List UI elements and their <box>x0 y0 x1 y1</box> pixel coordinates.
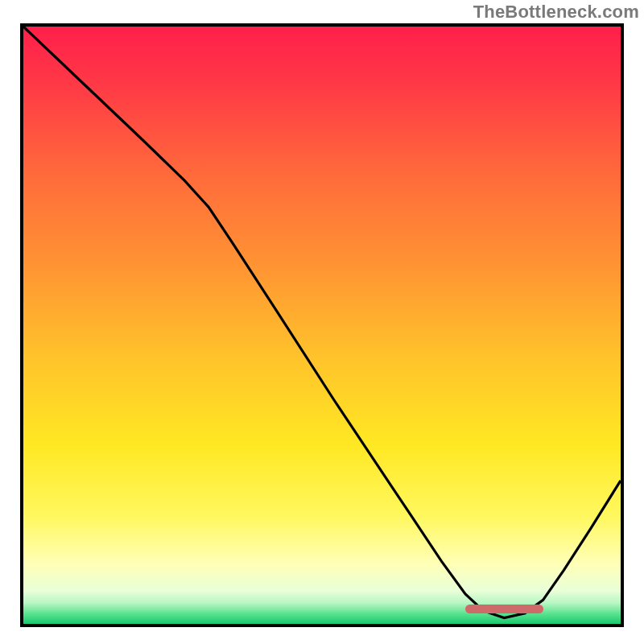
plot-area <box>20 23 624 627</box>
watermark-text: TheBottleneck.com <box>473 2 639 23</box>
bottleneck-curve-svg <box>23 27 621 624</box>
bottleneck-curve <box>23 27 621 618</box>
chart-frame: TheBottleneck.com <box>0 0 644 644</box>
optimum-range-bar <box>465 605 543 613</box>
